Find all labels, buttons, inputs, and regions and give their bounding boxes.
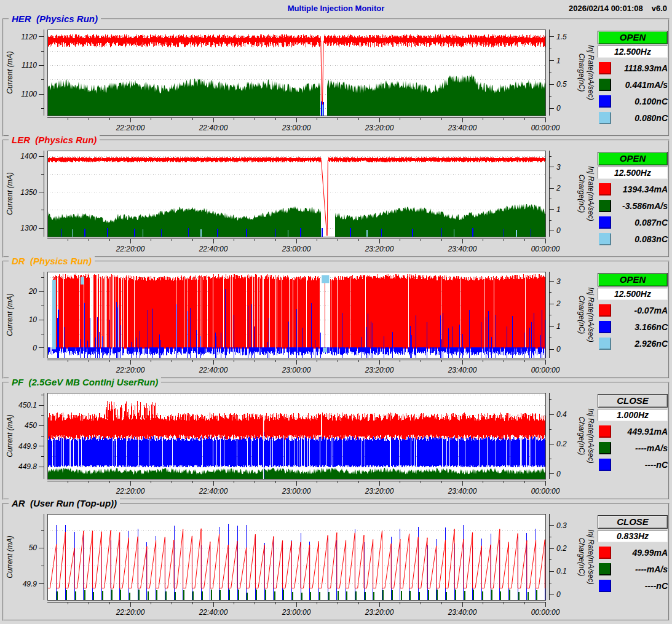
- legend-value-charge-1: 0.100nC: [611, 97, 668, 106]
- legend-value-current: 1394.34mA: [611, 184, 668, 194]
- x-tick-label: 23:00:00: [282, 608, 311, 617]
- y-right-axis-title-line1: Charge(nC): [577, 175, 586, 213]
- series-bunch-band: [48, 436, 545, 467]
- legend-swatch-current: [599, 547, 611, 559]
- y-left-axis-title: Current (mA): [6, 293, 14, 336]
- dr-strip-chart: 01020012322:20:0022:40:0023:00:0023:20:0…: [4, 262, 595, 377]
- legend-value-current: 449.91mA: [611, 427, 668, 436]
- y-left-tick-label: 1400: [20, 152, 37, 160]
- legend-row-charge-2: 2.926nC: [598, 338, 668, 350]
- legend-value-current: 49.99mA: [611, 548, 668, 558]
- y-right-tick-label: 0: [556, 226, 561, 235]
- ler-strip-chart: 130013501400012322:20:0022:40:0023:00:00…: [4, 141, 595, 256]
- panel-pf: PF (2.5GeV MB ContInj UserRun) 449.8449.…: [2, 382, 670, 500]
- y-right-axis-title-line1: Charge(nC): [577, 538, 586, 577]
- dr-status-button[interactable]: OPEN: [598, 273, 668, 286]
- her-strip-chart: 11001110112000.511.522:20:0022:40:0023:0…: [4, 20, 595, 135]
- legend-value-inj-rate: ----mA/s: [611, 443, 668, 453]
- x-tick-label: 00:00:00: [531, 608, 560, 617]
- ar-status-button[interactable]: CLOSE: [598, 515, 668, 529]
- her-rate-display: 12.500Hz: [598, 45, 668, 58]
- y-right-tick-label: 0: [556, 345, 561, 353]
- y-right-tick-label: 3: [556, 277, 561, 286]
- x-tick-label: 22:40:00: [199, 608, 228, 617]
- y-right-tick-label: 2: [556, 184, 561, 192]
- legend-swatch-charge-1: [599, 459, 611, 471]
- ler-status-button[interactable]: OPEN: [598, 152, 668, 165]
- legend-value-charge-1: 3.166nC: [611, 322, 668, 332]
- panel-ar: AR (User Run (Top-up)) 49.95000.10.20.32…: [2, 503, 670, 621]
- legend-row-charge-1: 0.100nC: [598, 95, 668, 108]
- legend-swatch-inj-rate: [599, 563, 611, 575]
- legend-value-charge-1: ----nC: [611, 460, 668, 470]
- legend-row-charge-2: 0.080nC: [598, 112, 668, 124]
- pf-strip-chart: 449.8449.9450450.100.20.422:20:0022:40:0…: [4, 383, 595, 499]
- y-left-tick-label: 1300: [20, 224, 37, 232]
- legend-swatch-charge-2: [599, 338, 611, 350]
- y-right-tick-label: 0: [556, 590, 561, 599]
- y-left-tick-label: 1110: [22, 61, 37, 69]
- y-right-tick-label: 0.2: [556, 544, 567, 553]
- y-right-axis-title-line2: Inj Rate(mA/sec): [587, 166, 595, 221]
- ler-legend: OPEN 12.500Hz 1394.34mA-3.586mA/s0.087nC…: [598, 152, 668, 250]
- y-right-axis-title-line1: Charge(nC): [577, 53, 586, 92]
- legend-row-current: 1394.34mA: [598, 183, 668, 195]
- header-version: v6.0: [652, 4, 667, 13]
- y-left-tick-label: 450: [25, 421, 37, 430]
- x-tick-label: 22:40:00: [199, 487, 228, 496]
- her-legend-rows: 1118.93mA0.441mA/s0.100nC0.080nC: [598, 62, 668, 124]
- legend-value-inj-rate: ----mA/s: [611, 564, 668, 574]
- header-right: 2026/02/14 00:01:08v6.0: [560, 4, 667, 13]
- y-right-tick-label: 0.3: [556, 521, 567, 530]
- legend-value-charge-2: 0.083nC: [611, 234, 668, 244]
- legend-row-charge-1: 3.166nC: [598, 321, 668, 333]
- legend-row-charge-1: ----nC: [598, 459, 668, 471]
- data-layers: [48, 274, 545, 358]
- x-tick-label: 23:40:00: [448, 245, 477, 253]
- y-left-tick-label: 10: [29, 315, 38, 324]
- dr-legend-rows: -0.07mA3.166nC2.926nC: [598, 304, 668, 350]
- y-right-tick-label: 1: [556, 322, 561, 331]
- legend-row-current: 449.91mA: [598, 425, 668, 438]
- x-tick-label: 23:20:00: [365, 366, 394, 374]
- legend-swatch-charge-1: [599, 216, 611, 229]
- legend-row-current: 1118.93mA: [598, 62, 668, 74]
- legend-row-charge-1: 0.087nC: [598, 216, 668, 229]
- y-right-tick-label: 3: [556, 163, 561, 172]
- y-right-tick-label: 0.5: [556, 80, 567, 89]
- x-tick-label: 23:20:00: [365, 487, 394, 496]
- pf-status-button[interactable]: CLOSE: [598, 394, 668, 408]
- ler-legend-rows: 1394.34mA-3.586mA/s0.087nC0.083nC: [598, 183, 668, 245]
- y-left-tick-label: 1350: [20, 188, 37, 197]
- x-tick-label: 23:00:00: [282, 487, 311, 496]
- legend-swatch-current: [599, 425, 611, 438]
- legend-value-charge-1: 0.087nC: [611, 218, 668, 227]
- her-status-button[interactable]: OPEN: [598, 31, 668, 44]
- legend-row-charge-1: ----nC: [598, 580, 668, 592]
- legend-row-current: 49.99mA: [598, 547, 668, 559]
- x-tick-label: 22:20:00: [116, 608, 145, 617]
- x-tick-label: 00:00:00: [531, 124, 560, 132]
- y-left-tick-label: 450.1: [18, 401, 37, 409]
- y-left-axis-title: Current (mA): [6, 51, 14, 93]
- legend-row-charge-2: 0.083nC: [598, 233, 668, 245]
- ar-legend: CLOSE 0.833Hz 49.99mA----mA/s----nC: [598, 515, 668, 596]
- legend-swatch-charge-2: [599, 112, 611, 124]
- x-tick-label: 23:00:00: [282, 366, 311, 374]
- x-tick-label: 22:20:00: [116, 366, 145, 374]
- legend-value-current: 1118.93mA: [611, 63, 668, 73]
- x-tick-label: 23:20:00: [365, 608, 394, 617]
- y-left-tick-label: 50: [29, 543, 38, 552]
- y-left-tick-label: 49.9: [23, 580, 38, 588]
- x-tick-label: 23:00:00: [282, 124, 311, 132]
- dr-legend: OPEN 12.500Hz -0.07mA3.166nC2.926nC: [598, 273, 668, 354]
- x-tick-label: 23:20:00: [365, 245, 394, 253]
- pf-legend-rows: 449.91mA----mA/s----nC: [598, 425, 668, 471]
- y-right-axis-title-line2: Inj Rate(mA/sec): [587, 45, 595, 100]
- y-right-axis-title-line2: Inj Rate(mA/sec): [587, 287, 595, 342]
- dr-rate-display: 12.500Hz: [598, 288, 668, 300]
- ler-rate-display: 12.500Hz: [598, 167, 668, 179]
- y-right-tick-label: 1: [556, 205, 561, 214]
- x-tick-label: 23:40:00: [448, 608, 477, 617]
- y-right-axis-title-line1: Charge(nC): [577, 296, 586, 334]
